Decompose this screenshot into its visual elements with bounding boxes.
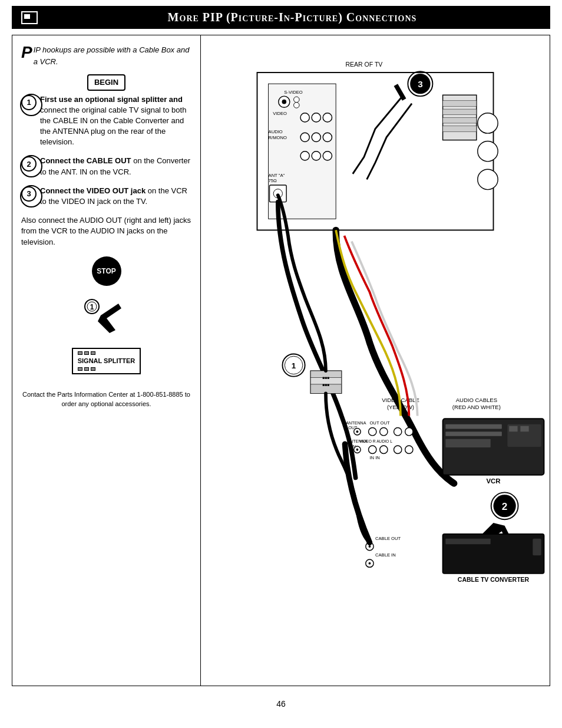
- svg-point-59: [356, 430, 359, 433]
- intro-text: P IP hookups are possible with a Cable B…: [21, 44, 191, 67]
- svg-text:S-VIDEO: S-VIDEO: [284, 90, 302, 95]
- svg-rect-30: [443, 117, 477, 123]
- svg-text:AUDIO: AUDIO: [269, 129, 283, 134]
- svg-rect-49: [520, 426, 528, 432]
- step-2: 2 Connect the CABLE OUT on the Converter…: [21, 156, 191, 177]
- svg-point-34: [478, 169, 498, 189]
- svg-text:AUDIO CABLES: AUDIO CABLES: [456, 397, 497, 403]
- svg-text:ANT "A": ANT "A": [269, 173, 285, 178]
- svg-point-63: [394, 446, 402, 453]
- decorative-p: P: [21, 44, 32, 61]
- svg-point-14: [323, 113, 332, 122]
- tv-icon: [21, 11, 38, 24]
- svg-rect-48: [509, 426, 517, 432]
- svg-rect-45: [445, 431, 501, 436]
- svg-point-17: [300, 133, 309, 141]
- svg-text:1: 1: [292, 361, 296, 370]
- step-1-text: First use an optional signal splitter an…: [40, 94, 191, 148]
- svg-text:1: 1: [90, 303, 94, 311]
- svg-text:75Ω: 75Ω: [269, 178, 277, 183]
- page-number: 46: [0, 692, 562, 716]
- pointing-hand-icon: 1: [83, 298, 130, 342]
- svg-text:ANTENNA: ANTENNA: [347, 439, 367, 444]
- step-2-badge: 2: [21, 156, 37, 172]
- svg-text:R/MONO: R/MONO: [269, 135, 287, 140]
- svg-text:■■■: ■■■: [322, 383, 329, 387]
- svg-point-62: [380, 446, 388, 453]
- svg-text:3: 3: [418, 79, 423, 89]
- svg-point-79: [369, 545, 371, 548]
- contact-info: Contact the Parts Information Center at …: [21, 390, 191, 409]
- step-3-badge: 3: [21, 186, 37, 202]
- svg-point-19: [323, 133, 332, 141]
- svg-point-18: [312, 133, 320, 141]
- svg-point-12: [300, 113, 309, 122]
- svg-text:OUT    OUT: OUT OUT: [369, 420, 390, 426]
- svg-rect-46: [445, 439, 490, 447]
- svg-rect-28: [443, 101, 477, 107]
- main-content: P IP hookups are possible with a Cable B…: [12, 35, 550, 686]
- svg-text:CABLE IN: CABLE IN: [375, 552, 396, 558]
- svg-point-9: [294, 97, 300, 103]
- begin-badge: BEGIN: [87, 74, 125, 91]
- stop-badge: STOP: [92, 256, 121, 286]
- right-panel: REAR OF TV S-VIDEO VIDEO AUDIO R/MONO: [201, 35, 550, 686]
- svg-text:ANTENNA: ANTENNA: [346, 421, 366, 426]
- svg-point-82: [369, 562, 371, 565]
- step-1: 1 First use an optional signal splitter …: [21, 94, 191, 148]
- svg-rect-74: [445, 539, 490, 545]
- svg-text:(RED AND WHITE): (RED AND WHITE): [452, 404, 501, 410]
- step-3: 3 Connect the VIDEO OUT jack on the VCR …: [21, 186, 191, 207]
- svg-point-61: [369, 446, 376, 453]
- svg-point-64: [405, 446, 413, 453]
- step-2-text: Connect the CABLE OUT on the Converter t…: [40, 156, 191, 177]
- svg-point-33: [478, 141, 498, 162]
- svg-point-22: [323, 151, 332, 160]
- svg-text:2: 2: [502, 500, 508, 512]
- svg-rect-44: [445, 424, 501, 429]
- svg-rect-31: [443, 126, 477, 132]
- svg-point-32: [478, 113, 498, 133]
- left-panel: P IP hookups are possible with a Cable B…: [12, 35, 201, 686]
- svg-point-10: [294, 103, 300, 108]
- svg-point-68: [356, 449, 359, 451]
- svg-point-55: [405, 428, 413, 436]
- svg-text:■■■: ■■■: [322, 375, 329, 380]
- step-1-badge: 1: [21, 95, 37, 110]
- svg-rect-29: [443, 109, 477, 115]
- page-title: More PIP (Picture-In-Picture) Connection…: [44, 11, 541, 24]
- svg-text:CABLE OUT: CABLE OUT: [375, 536, 401, 541]
- svg-text:REAR OF TV: REAR OF TV: [345, 61, 382, 68]
- svg-point-8: [282, 100, 286, 104]
- svg-text:VIDEO: VIDEO: [273, 111, 287, 116]
- svg-point-13: [312, 113, 320, 122]
- step-3-text: Connect the VIDEO OUT jack on the VCR to…: [40, 186, 191, 207]
- signal-splitter-label: SIGNAL SPLITTER: [78, 356, 135, 366]
- svg-text:CABLE TV CONVERTER: CABLE TV CONVERTER: [458, 576, 530, 583]
- svg-point-53: [380, 428, 388, 436]
- svg-rect-75: [533, 539, 541, 556]
- connection-diagram: REAR OF TV S-VIDEO VIDEO AUDIO R/MONO: [201, 35, 550, 684]
- also-text: Also connect the AUDIO OUT (right and le…: [21, 215, 191, 248]
- page-header: More PIP (Picture-In-Picture) Connection…: [12, 6, 550, 29]
- svg-point-21: [312, 151, 320, 160]
- svg-point-54: [394, 428, 402, 436]
- svg-text:IN    IN: IN IN: [369, 455, 379, 460]
- svg-point-20: [300, 151, 309, 160]
- svg-text:VCR: VCR: [486, 477, 501, 485]
- svg-point-52: [369, 428, 376, 436]
